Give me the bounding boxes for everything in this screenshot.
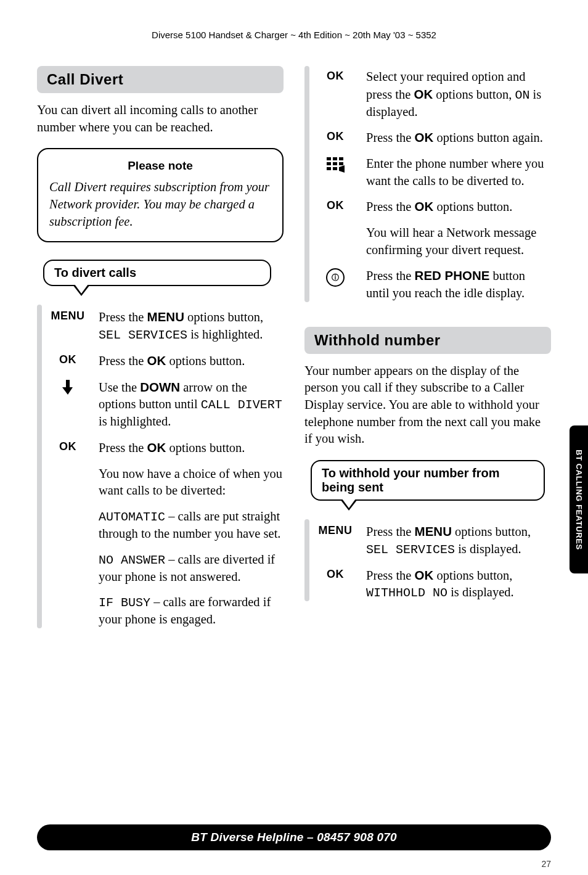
svg-rect-7 — [333, 167, 337, 170]
section-heading-withhold: Withhold number — [304, 327, 551, 354]
choice-text: You now have a choice of when you want c… — [99, 466, 284, 499]
txt: Press the — [366, 200, 415, 213]
lcd-sel-services: SEL SERVICES — [366, 543, 455, 557]
key-ok: OK — [327, 568, 344, 581]
key-ok: OK — [327, 130, 344, 143]
bold-red-phone: RED PHONE — [415, 268, 490, 282]
call-divert-intro: You can divert all incoming calls to ano… — [37, 102, 284, 136]
txt: Press the — [99, 441, 147, 454]
lcd-automatic: AUTOMATIC — [99, 510, 165, 524]
down-arrow-icon — [62, 380, 73, 395]
step-menu: MENU Press the MENU options button, SEL … — [37, 308, 284, 343]
txt: Press the — [366, 525, 415, 538]
txt: Press the — [366, 569, 415, 582]
lcd-no-answer: NO ANSWER — [99, 553, 165, 567]
bold-ok: OK — [415, 199, 434, 213]
steps-vertical-bar — [304, 519, 309, 601]
step-ok4: OK Press the OK options button again. — [304, 129, 551, 147]
txt: Use the — [99, 380, 140, 394]
txt: options button, — [433, 88, 515, 101]
svg-rect-6 — [327, 167, 331, 170]
bold-ok: OK — [414, 87, 433, 101]
txt: Press the — [99, 310, 147, 324]
step-ok6: OK Press the OK options button, WITHHOLD… — [304, 567, 551, 602]
please-note-box: Please note Call Divert requires subscri… — [37, 148, 284, 242]
txt: options button. — [166, 354, 245, 368]
callout-tail-inner — [75, 284, 88, 294]
procedure-title-text: To divert calls — [54, 266, 136, 279]
bold-ok: OK — [147, 353, 166, 368]
keypad-text: Enter the phone number where you want th… — [366, 155, 551, 189]
step-down: Use the DOWN arrow on the options button… — [37, 379, 284, 430]
page-number: 27 — [541, 859, 551, 869]
bold-ok: OK — [415, 130, 434, 144]
svg-rect-5 — [339, 162, 343, 165]
footer-helpline: BT Diverse Helpline – 08457 908 070 — [37, 824, 551, 850]
step-ok5: OK Press the OK options button. You will… — [304, 198, 551, 258]
txt: is displayed. — [455, 542, 521, 556]
step-menu2: MENU Press the MENU options button, SEL … — [304, 523, 551, 558]
svg-rect-1 — [333, 157, 337, 160]
txt: options button, — [184, 310, 263, 324]
step-ok1: OK Press the OK options button. — [37, 352, 284, 370]
key-ok: OK — [327, 70, 344, 83]
key-ok: OK — [59, 353, 76, 366]
key-ok: OK — [327, 199, 344, 212]
step-ok2: OK Press the OK options button. You now … — [37, 439, 284, 628]
lcd-if-busy: IF BUSY — [99, 596, 150, 610]
lcd-withhold-no: WITHHOLD NO — [366, 586, 447, 600]
txt: is highlighted. — [99, 414, 171, 428]
svg-rect-0 — [327, 157, 331, 160]
key-menu: MENU — [51, 310, 85, 322]
callout-tail-inner — [342, 499, 356, 508]
svg-rect-2 — [339, 157, 343, 160]
side-tab: BT CALLING FEATURES — [570, 425, 588, 573]
step-keypad: Enter the phone number where you want th… — [304, 155, 551, 189]
txt: Press the — [366, 131, 415, 144]
key-ok: OK — [59, 440, 76, 453]
txt: Press the — [99, 354, 147, 368]
txt: Press the — [366, 269, 415, 282]
step-ok3: OK Select your required option and press… — [304, 68, 551, 120]
bold-ok: OK — [415, 568, 434, 582]
lcd-on: ON — [515, 88, 529, 102]
steps-vertical-bar — [304, 66, 309, 302]
lcd-call-divert: CALL DIVERT — [201, 398, 282, 412]
red-phone-icon: ⓘ — [326, 268, 345, 287]
txt: options button. — [433, 200, 512, 213]
side-tab-text: BT CALLING FEATURES — [574, 450, 584, 550]
bold-menu: MENU — [415, 524, 452, 538]
please-note-text: Call Divert requires subscription from y… — [49, 179, 271, 230]
procedure-title-text: To withhold your number from being sent — [322, 466, 500, 494]
manual-page: Diverse 5100 Handset & Charger ~ 4th Edi… — [0, 0, 588, 875]
bold-down: DOWN — [140, 380, 180, 394]
procedure-title-withhold: To withhold your number from being sent — [311, 460, 545, 501]
txt: options button. — [166, 441, 245, 454]
txt: options button again. — [433, 131, 543, 144]
txt: is highlighted. — [187, 327, 263, 341]
steps-vertical-bar — [37, 305, 42, 628]
svg-text:ⓘ: ⓘ — [332, 273, 339, 282]
section-heading-call-divert: Call Divert — [37, 66, 284, 93]
right-column: OK Select your required option and press… — [304, 66, 551, 637]
svg-rect-3 — [327, 162, 331, 165]
network-text: You will hear a Network message confirmi… — [366, 224, 551, 258]
key-menu: MENU — [319, 524, 353, 537]
txt: options button, — [452, 525, 531, 538]
please-note-title: Please note — [49, 159, 271, 173]
procedure-title-divert: To divert calls — [43, 260, 271, 286]
left-column: Call Divert You can divert all incoming … — [37, 66, 284, 637]
txt: is displayed. — [447, 585, 514, 599]
txt: options button, — [433, 569, 512, 582]
bold-ok: OK — [147, 440, 166, 454]
step-red-phone: ⓘ Press the RED PHONE button until you r… — [304, 267, 551, 302]
svg-rect-4 — [333, 162, 337, 165]
keypad-icon — [326, 157, 345, 175]
bold-menu: MENU — [147, 310, 184, 324]
withhold-intro: Your number appears on the display of th… — [304, 363, 551, 448]
page-header: Diverse 5100 Handset & Charger ~ 4th Edi… — [37, 30, 551, 40]
lcd-sel-services: SEL SERVICES — [99, 328, 187, 342]
